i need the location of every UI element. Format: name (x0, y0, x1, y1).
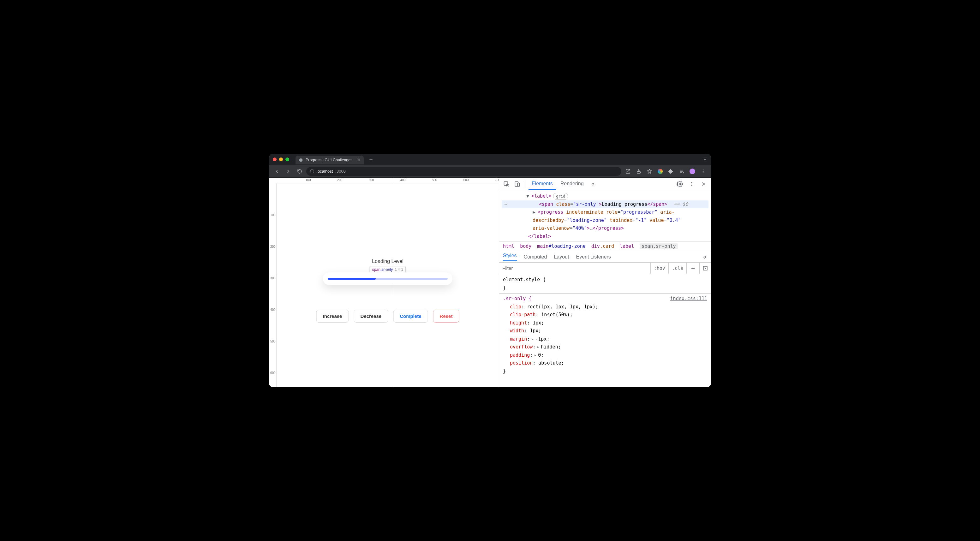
eq-selection: == $0 (674, 201, 688, 207)
css-declaration[interactable]: height: 1px; (510, 319, 707, 327)
crumb[interactable]: label (620, 243, 634, 249)
css-declaration[interactable]: margin:▸-1px; (510, 335, 707, 344)
ruler-tick: 300 (369, 178, 374, 182)
crumb[interactable]: html (503, 243, 514, 249)
reset-button[interactable]: Reset (433, 310, 460, 323)
svg-point-7 (703, 171, 704, 172)
layout-badge[interactable]: grid (553, 193, 568, 200)
new-tab-button[interactable]: ＋ (368, 156, 374, 163)
favicon-icon (299, 158, 303, 162)
crumb[interactable]: body (520, 243, 531, 249)
ruler-horizontal: 100 200 300 400 500 600 700 (277, 178, 499, 183)
subtabs-more-icon[interactable] (702, 255, 707, 259)
devtools-menu-icon[interactable] (687, 179, 697, 189)
ruler-tick: 400 (270, 308, 275, 312)
minimize-window-icon[interactable] (279, 158, 283, 161)
page-viewport: 100 200 300 400 500 600 700 100 200 300 … (269, 178, 499, 387)
profile-avatar[interactable] (688, 167, 697, 176)
toggle-cls[interactable]: .cls (668, 263, 686, 274)
tooltip-class: .sr-only (380, 267, 393, 272)
device-toolbar-icon[interactable] (512, 179, 522, 189)
tab-rendering[interactable]: Rendering (557, 178, 587, 190)
maximize-window-icon[interactable] (285, 158, 289, 161)
css-declaration[interactable]: overflow:▸hidden; (510, 343, 707, 351)
row-actions-icon[interactable]: ⋯ (502, 200, 510, 208)
styles-subtabs: Styles Computed Layout Event Listeners (499, 251, 711, 263)
browser-menu-icon[interactable] (698, 167, 708, 176)
progress-title: Loading Level (372, 258, 404, 264)
inspect-tool-icon[interactable] (502, 179, 511, 189)
subtab-event-listeners[interactable]: Event Listeners (576, 254, 611, 260)
ruler-tick: 300 (270, 277, 275, 280)
extension-icon[interactable] (655, 167, 665, 176)
forward-button[interactable] (283, 167, 293, 176)
svg-point-6 (703, 170, 704, 170)
tooltip-dims: 1 × 1 (395, 267, 403, 272)
tab-close-icon[interactable]: ✕ (357, 158, 361, 162)
reload-button[interactable] (295, 167, 304, 176)
ruler-tick: 200 (337, 178, 342, 182)
styles-filter-input[interactable] (499, 266, 651, 271)
css-declaration[interactable]: clip: rect(1px, 1px, 1px, 1px); (510, 303, 707, 311)
crumb[interactable]: div.card (591, 243, 614, 249)
toolbar-right (623, 167, 708, 176)
breadcrumb[interactable]: html body main#loading-zone div.card lab… (499, 241, 711, 251)
site-info-icon[interactable]: ⓘ (310, 169, 314, 174)
svg-point-15 (691, 185, 692, 186)
crumb-selected[interactable]: span.sr-only (640, 243, 678, 249)
styles-pane[interactable]: element.style { } .sr-only { index.css:1… (499, 274, 711, 387)
ruler-tick: 200 (270, 245, 275, 248)
share-icon[interactable] (634, 167, 643, 176)
rule-source-link[interactable]: index.css:111 (670, 295, 707, 303)
ruler-tick: 400 (400, 178, 406, 182)
ruler-tick: 100 (270, 213, 275, 217)
svg-point-12 (679, 183, 681, 185)
computed-toggle-icon[interactable] (699, 263, 711, 274)
devtools-tabs: Elements Rendering (499, 178, 711, 190)
css-declaration[interactable]: clip-path: inset(50%); (510, 311, 707, 319)
tab-title: Progress | GUI Challenges (305, 158, 352, 162)
css-declaration[interactable]: position: absolute; (510, 359, 707, 368)
new-style-rule-button[interactable]: ＋ (686, 263, 699, 274)
inspect-tooltip: span.sr-only1 × 1 (370, 266, 406, 273)
ruler-tick: 600 (463, 178, 469, 182)
complete-button[interactable]: Complete (393, 310, 428, 323)
tab-elements[interactable]: Elements (528, 178, 556, 190)
open-external-icon[interactable] (623, 167, 633, 176)
browser-window: Progress | GUI Challenges ✕ ＋ ⓘ localhos… (269, 154, 711, 387)
bookmark-icon[interactable] (645, 167, 654, 176)
crumb[interactable]: main#loading-zone (537, 243, 585, 249)
reading-list-icon[interactable] (677, 167, 686, 176)
dom-tree[interactable]: ▼<label>grid ⋯ <span class="sr-only">Loa… (499, 190, 711, 241)
url-port: :3000 (335, 169, 346, 173)
devtools-panel: Elements Rendering (499, 178, 711, 387)
settings-icon[interactable] (675, 179, 684, 189)
window-controls (273, 158, 289, 161)
progress-fill (328, 278, 376, 280)
decrease-button[interactable]: Decrease (353, 310, 388, 323)
svg-rect-11 (517, 183, 520, 186)
css-declaration[interactable]: padding:▸0; (510, 351, 707, 360)
svg-marker-2 (647, 169, 651, 173)
tooltip-tag: span (372, 267, 380, 272)
ruler-vertical: 100 200 300 400 500 600 (269, 183, 277, 387)
address-bar[interactable]: ⓘ localhost:3000 (306, 167, 621, 176)
subtab-computed[interactable]: Computed (524, 254, 547, 260)
close-window-icon[interactable] (273, 158, 277, 161)
ruler-tick: 600 (270, 371, 275, 375)
css-declaration[interactable]: width: 1px; (510, 327, 707, 335)
extensions-menu-icon[interactable] (666, 167, 676, 176)
tabs-more-icon[interactable] (588, 179, 598, 189)
increase-button[interactable]: Increase (317, 310, 349, 323)
subtab-styles[interactable]: Styles (503, 253, 517, 261)
devtools-close-icon[interactable] (699, 179, 708, 189)
tabs-overflow-icon[interactable] (703, 157, 707, 162)
subtab-layout[interactable]: Layout (554, 254, 569, 260)
toggle-hov[interactable]: :hov (651, 263, 668, 274)
button-row: Increase Decrease Complete Reset (317, 310, 460, 323)
element-style-selector: element.style { (503, 276, 546, 284)
back-button[interactable] (272, 167, 282, 176)
svg-point-13 (691, 182, 692, 183)
browser-tab[interactable]: Progress | GUI Challenges ✕ (296, 156, 364, 164)
svg-rect-18 (703, 266, 707, 270)
